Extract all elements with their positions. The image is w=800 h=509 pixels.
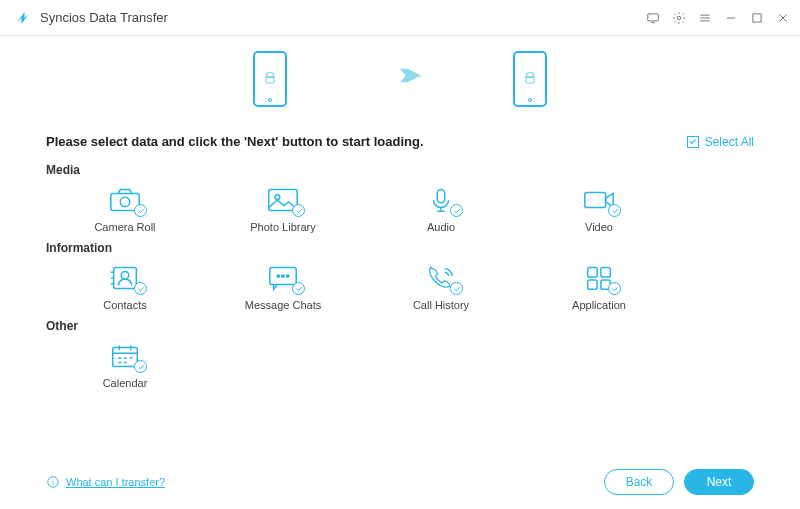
item-label: Camera Roll xyxy=(94,221,155,233)
select-all-label: Select All xyxy=(705,135,754,149)
item-audio[interactable]: Audio xyxy=(362,185,520,233)
svg-point-14 xyxy=(277,275,279,277)
next-button[interactable]: Next xyxy=(684,469,754,495)
transfer-arrow-icon xyxy=(377,64,423,94)
info-icon xyxy=(46,475,60,489)
select-all-checkbox[interactable]: Select All xyxy=(687,135,754,149)
app-logo-icon xyxy=(14,9,32,27)
check-icon xyxy=(450,282,463,295)
instruction-text: Please select data and click the 'Next' … xyxy=(46,134,424,149)
item-message-chats[interactable]: Message Chats xyxy=(204,263,362,311)
help-link[interactable]: What can I transfer? xyxy=(46,475,165,489)
apps-icon xyxy=(579,263,619,293)
device-row xyxy=(0,36,800,122)
settings-icon[interactable] xyxy=(672,11,686,25)
check-icon xyxy=(608,204,621,217)
svg-rect-9 xyxy=(437,190,445,203)
svg-point-15 xyxy=(282,275,284,277)
item-label: Contacts xyxy=(103,299,146,311)
messages-icon xyxy=(263,263,303,293)
svg-rect-0 xyxy=(648,13,659,20)
item-call-history[interactable]: Call History xyxy=(362,263,520,311)
check-icon xyxy=(608,282,621,295)
audio-icon xyxy=(421,185,461,215)
window-controls xyxy=(646,11,790,25)
svg-rect-2 xyxy=(753,13,761,21)
svg-point-6 xyxy=(120,197,129,206)
content-area: Please select data and click the 'Next' … xyxy=(0,122,800,455)
section-title-media: Media xyxy=(46,163,754,177)
app-title: Syncios Data Transfer xyxy=(40,10,168,25)
section-title-other: Other xyxy=(46,319,754,333)
source-device-icon xyxy=(253,51,287,107)
item-application[interactable]: Application xyxy=(520,263,678,311)
check-icon xyxy=(134,360,147,373)
item-label: Photo Library xyxy=(250,221,315,233)
svg-rect-19 xyxy=(588,280,597,289)
item-label: Video xyxy=(585,221,613,233)
svg-rect-3 xyxy=(266,77,274,83)
svg-rect-10 xyxy=(585,192,606,207)
item-label: Calendar xyxy=(103,377,148,389)
minimize-icon[interactable] xyxy=(724,11,738,25)
app-window: Syncios Data Transfer Please select data… xyxy=(0,0,800,509)
svg-rect-18 xyxy=(601,268,610,277)
other-grid: Calendar xyxy=(46,341,754,389)
checkbox-icon xyxy=(687,136,699,148)
item-label: Application xyxy=(572,299,626,311)
item-video[interactable]: Video xyxy=(520,185,678,233)
media-grid: Camera Roll Photo Library Audio xyxy=(46,185,754,233)
photo-icon xyxy=(263,185,303,215)
item-contacts[interactable]: Contacts xyxy=(46,263,204,311)
maximize-icon[interactable] xyxy=(750,11,764,25)
item-label: Call History xyxy=(413,299,469,311)
footer: What can I transfer? Back Next xyxy=(0,455,800,509)
calendar-icon xyxy=(105,341,145,371)
check-icon xyxy=(292,204,305,217)
item-photo-library[interactable]: Photo Library xyxy=(204,185,362,233)
item-label: Audio xyxy=(427,221,455,233)
check-icon xyxy=(134,282,147,295)
svg-point-1 xyxy=(677,16,681,20)
help-link-label: What can I transfer? xyxy=(66,476,165,488)
back-button[interactable]: Back xyxy=(604,469,674,495)
check-icon xyxy=(292,282,305,295)
contacts-icon xyxy=(105,263,145,293)
check-icon xyxy=(450,204,463,217)
svg-point-16 xyxy=(286,275,288,277)
close-icon[interactable] xyxy=(776,11,790,25)
svg-point-12 xyxy=(121,271,129,279)
section-title-information: Information xyxy=(46,241,754,255)
svg-point-8 xyxy=(275,195,280,200)
video-icon xyxy=(579,185,619,215)
svg-rect-17 xyxy=(588,268,597,277)
camera-icon xyxy=(105,185,145,215)
instruction-row: Please select data and click the 'Next' … xyxy=(46,134,754,149)
item-label: Message Chats xyxy=(245,299,321,311)
phone-icon xyxy=(421,263,461,293)
item-calendar[interactable]: Calendar xyxy=(46,341,204,389)
item-camera-roll[interactable]: Camera Roll xyxy=(46,185,204,233)
target-device-icon xyxy=(513,51,547,107)
titlebar: Syncios Data Transfer xyxy=(0,0,800,36)
svg-rect-4 xyxy=(526,77,534,83)
feedback-icon[interactable] xyxy=(646,11,660,25)
information-grid: Contacts Message Chats Call History xyxy=(46,263,754,311)
check-icon xyxy=(134,204,147,217)
menu-icon[interactable] xyxy=(698,11,712,25)
